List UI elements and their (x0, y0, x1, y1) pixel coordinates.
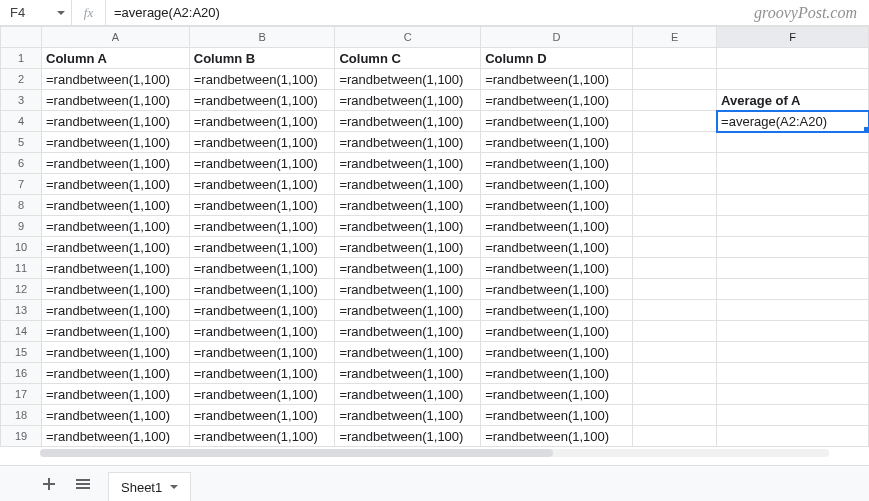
cell[interactable]: =randbetween(1,100) (42, 426, 190, 447)
row-header[interactable]: 4 (1, 111, 42, 132)
cell[interactable] (632, 48, 716, 69)
cell[interactable]: =randbetween(1,100) (42, 321, 190, 342)
cell[interactable]: =randbetween(1,100) (335, 111, 481, 132)
cell[interactable] (632, 153, 716, 174)
cell[interactable]: =randbetween(1,100) (189, 132, 335, 153)
row-header[interactable]: 18 (1, 405, 42, 426)
cell[interactable] (632, 321, 716, 342)
cell[interactable] (717, 69, 869, 90)
cell[interactable] (632, 279, 716, 300)
cell[interactable]: =randbetween(1,100) (42, 237, 190, 258)
cell[interactable]: =randbetween(1,100) (481, 216, 633, 237)
cell[interactable]: =randbetween(1,100) (42, 384, 190, 405)
cell[interactable] (717, 195, 869, 216)
cell[interactable]: =randbetween(1,100) (189, 153, 335, 174)
cell[interactable]: Column C (335, 48, 481, 69)
fx-icon[interactable]: fx (72, 0, 106, 25)
cell[interactable]: =randbetween(1,100) (481, 111, 633, 132)
row-header[interactable]: 2 (1, 69, 42, 90)
cell[interactable]: =randbetween(1,100) (481, 321, 633, 342)
cell[interactable]: =randbetween(1,100) (335, 426, 481, 447)
cell[interactable] (717, 363, 869, 384)
cell[interactable]: =randbetween(1,100) (189, 405, 335, 426)
column-header-c[interactable]: C (335, 27, 481, 48)
cell[interactable]: =randbetween(1,100) (335, 363, 481, 384)
cell[interactable] (632, 90, 716, 111)
cell[interactable]: =randbetween(1,100) (189, 195, 335, 216)
horizontal-scrollbar[interactable] (40, 449, 829, 457)
cell[interactable] (632, 300, 716, 321)
cell[interactable] (717, 48, 869, 69)
row-header[interactable]: 1 (1, 48, 42, 69)
cell[interactable]: =randbetween(1,100) (189, 216, 335, 237)
cell[interactable]: =randbetween(1,100) (481, 405, 633, 426)
row-header[interactable]: 19 (1, 426, 42, 447)
cell[interactable]: Column D (481, 48, 633, 69)
cell[interactable] (717, 426, 869, 447)
cell[interactable]: =randbetween(1,100) (42, 363, 190, 384)
row-header[interactable]: 8 (1, 195, 42, 216)
cell[interactable] (717, 132, 869, 153)
cell[interactable]: =randbetween(1,100) (42, 132, 190, 153)
cell[interactable]: =randbetween(1,100) (335, 237, 481, 258)
row-header[interactable]: 13 (1, 300, 42, 321)
cell[interactable] (717, 321, 869, 342)
cell[interactable] (717, 342, 869, 363)
cell[interactable]: =randbetween(1,100) (481, 258, 633, 279)
cell[interactable]: =randbetween(1,100) (189, 363, 335, 384)
cell[interactable]: =randbetween(1,100) (335, 405, 481, 426)
row-header[interactable]: 10 (1, 237, 42, 258)
cell[interactable]: =randbetween(1,100) (42, 258, 190, 279)
cell[interactable]: =randbetween(1,100) (189, 90, 335, 111)
cell[interactable]: Column A (42, 48, 190, 69)
cell[interactable]: =randbetween(1,100) (42, 90, 190, 111)
cell[interactable] (632, 258, 716, 279)
column-header-b[interactable]: B (189, 27, 335, 48)
add-sheet-button[interactable] (40, 475, 58, 493)
cell[interactable] (632, 69, 716, 90)
cell[interactable] (717, 258, 869, 279)
column-header-f[interactable]: F (717, 27, 869, 48)
cell[interactable]: =randbetween(1,100) (42, 69, 190, 90)
row-header[interactable]: 6 (1, 153, 42, 174)
cell[interactable] (717, 300, 869, 321)
cell[interactable]: =randbetween(1,100) (481, 237, 633, 258)
cell[interactable]: =randbetween(1,100) (189, 258, 335, 279)
spreadsheet-grid[interactable]: ABCDEF 1Column AColumn BColumn CColumn D… (0, 26, 869, 459)
cell[interactable]: =randbetween(1,100) (335, 279, 481, 300)
cell[interactable]: =randbetween(1,100) (189, 279, 335, 300)
cell[interactable]: =randbetween(1,100) (189, 321, 335, 342)
cell[interactable]: =randbetween(1,100) (335, 321, 481, 342)
cell[interactable] (717, 153, 869, 174)
cell[interactable]: Column B (189, 48, 335, 69)
column-header-d[interactable]: D (481, 27, 633, 48)
cell[interactable]: =randbetween(1,100) (42, 279, 190, 300)
cell[interactable]: =randbetween(1,100) (335, 90, 481, 111)
cell[interactable]: =randbetween(1,100) (335, 216, 481, 237)
row-header[interactable]: 11 (1, 258, 42, 279)
cell[interactable]: =randbetween(1,100) (189, 426, 335, 447)
cell[interactable] (717, 279, 869, 300)
row-header[interactable]: 12 (1, 279, 42, 300)
cell[interactable]: =randbetween(1,100) (42, 111, 190, 132)
cell[interactable] (632, 405, 716, 426)
all-sheets-button[interactable] (74, 475, 92, 493)
row-header[interactable]: 7 (1, 174, 42, 195)
select-all-corner[interactable] (1, 27, 42, 48)
cell[interactable] (632, 342, 716, 363)
cell[interactable]: =randbetween(1,100) (42, 405, 190, 426)
row-header[interactable]: 16 (1, 363, 42, 384)
row-header[interactable]: 3 (1, 90, 42, 111)
cell[interactable] (632, 384, 716, 405)
cell[interactable]: =randbetween(1,100) (481, 300, 633, 321)
cell[interactable]: =randbetween(1,100) (481, 426, 633, 447)
cell[interactable]: =randbetween(1,100) (481, 90, 633, 111)
cell[interactable] (632, 363, 716, 384)
row-header[interactable]: 17 (1, 384, 42, 405)
sheet-tab-sheet1[interactable]: Sheet1 (108, 472, 191, 502)
cell[interactable]: =randbetween(1,100) (481, 153, 633, 174)
cell[interactable]: =randbetween(1,100) (189, 111, 335, 132)
cell[interactable] (632, 174, 716, 195)
cell[interactable]: =randbetween(1,100) (42, 300, 190, 321)
cell[interactable] (632, 216, 716, 237)
